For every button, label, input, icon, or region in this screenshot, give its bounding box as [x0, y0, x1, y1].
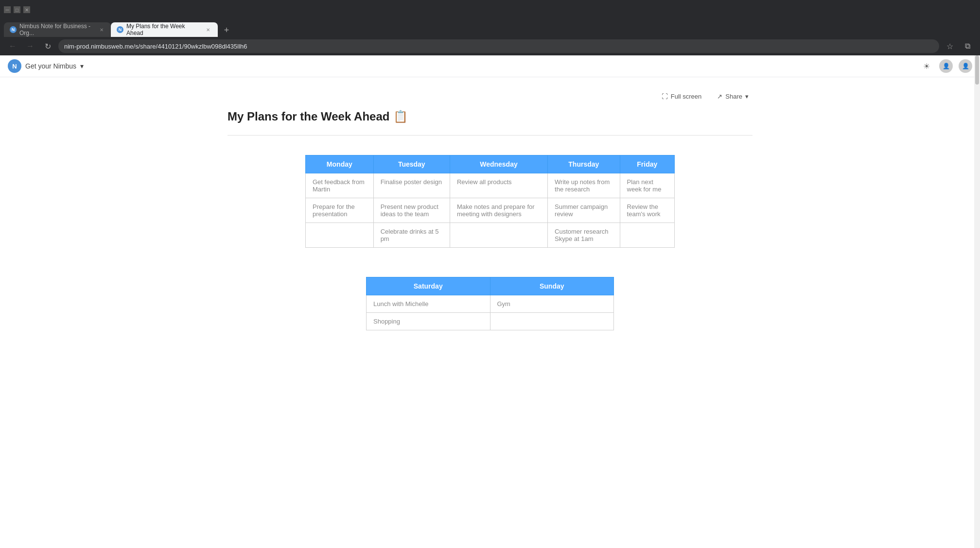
table-row: Shopping	[367, 313, 614, 330]
page-actions: ⛶ Full screen ↗ Share ▾	[228, 87, 752, 110]
cell-thu-3: Customer research Skype at 1am	[548, 223, 620, 248]
avatar-2[interactable]: 👤	[959, 59, 972, 73]
share-icon: ↗	[717, 93, 722, 100]
brand-label: Get your Nimbus	[25, 62, 76, 70]
new-tab-button[interactable]: +	[220, 23, 233, 37]
cell-thu-2: Summer campaign review	[548, 198, 620, 223]
nimbus-logo: N	[8, 59, 21, 73]
tab-2-label: My Plans for the Week Ahead	[126, 23, 200, 36]
table-row: Lunch with Michelle Gym	[367, 295, 614, 313]
omnibar: ← → ↻ nim-prod.nimbusweb.me/s/share/4410…	[0, 37, 980, 55]
cell-tue-2: Present new product ideas to the team	[373, 198, 450, 223]
cell-sat-1: Lunch with Michelle	[367, 295, 490, 313]
table-row: Celebrate drinks at 5 pm Customer resear…	[306, 223, 675, 248]
address-bar[interactable]: nim-prod.nimbusweb.me/s/share/4410121/90…	[58, 39, 939, 53]
tab-1-close[interactable]: ✕	[98, 26, 105, 34]
url-text: nim-prod.nimbusweb.me/s/share/4410121/90…	[64, 43, 247, 50]
cell-mon-2: Prepare for the presentation	[306, 198, 374, 223]
share-dropdown-icon: ▾	[745, 93, 749, 100]
tab-1-label: Nimbus Note for Business - Org...	[19, 23, 93, 36]
header-friday: Friday	[620, 155, 674, 173]
refresh-button[interactable]: ↻	[41, 39, 54, 53]
maximize-button[interactable]: □	[14, 6, 20, 13]
cell-sun-1: Gym	[490, 295, 614, 313]
close-button[interactable]: ✕	[23, 6, 30, 13]
nimbus-brand[interactable]: N Get your Nimbus ▾	[8, 59, 84, 73]
header-monday: Monday	[306, 155, 374, 173]
omnibar-actions: ☆ ⧉	[943, 39, 974, 53]
avatar-1[interactable]: 👤	[939, 59, 953, 73]
tab-2-icon: N	[117, 26, 123, 33]
page-header: N Get your Nimbus ▾ ☀ 👤 👤	[0, 55, 980, 77]
doc-divider	[228, 135, 752, 136]
tab-bar: N Nimbus Note for Business - Org... ✕ N …	[0, 19, 980, 37]
fullscreen-label: Full screen	[671, 93, 702, 100]
window-controls[interactable]: ─ □ ✕	[4, 6, 30, 13]
doc-title: My Plans for the Week Ahead 📋	[228, 110, 752, 123]
page-wrapper: N Get your Nimbus ▾ ☀ 👤 👤 ⛶ Full screen …	[0, 55, 980, 548]
back-button[interactable]: ←	[6, 39, 19, 53]
content-area: ⛶ Full screen ↗ Share ▾ My Plans for the…	[198, 77, 782, 360]
header-wednesday: Wednesday	[450, 155, 547, 173]
header-saturday: Saturday	[367, 277, 490, 295]
table-row: Prepare for the presentation Present new…	[306, 198, 675, 223]
doc-title-icon: 📋	[393, 110, 408, 123]
extensions-icon[interactable]: ⧉	[961, 39, 974, 53]
title-bar: ─ □ ✕	[0, 0, 980, 19]
minimize-button[interactable]: ─	[4, 6, 11, 13]
weekend-table: Saturday Sunday Lunch with Michelle Gym …	[366, 277, 614, 330]
cell-sun-2	[490, 313, 614, 330]
scrollbar-thumb[interactable]	[975, 55, 979, 85]
cell-fri-1: Plan next week for me	[620, 173, 674, 198]
cell-thu-1: Write up notes from the research	[548, 173, 620, 198]
brand-dropdown-icon: ▾	[80, 62, 84, 70]
cell-sat-2: Shopping	[367, 313, 490, 330]
cell-wed-2: Make notes and prepare for meeting with …	[450, 198, 547, 223]
tab-2[interactable]: N My Plans for the Week Ahead ✕	[111, 22, 218, 37]
cell-tue-1: Finalise poster design	[373, 173, 450, 198]
theme-toggle-icon[interactable]: ☀	[920, 59, 933, 73]
fullscreen-icon: ⛶	[662, 93, 668, 100]
scrollbar[interactable]	[974, 55, 980, 548]
cell-wed-3	[450, 223, 547, 248]
forward-button[interactable]: →	[23, 39, 37, 53]
cell-wed-1: Review all products	[450, 173, 547, 198]
cell-fri-3	[620, 223, 674, 248]
header-tuesday: Tuesday	[373, 155, 450, 173]
doc-title-text: My Plans for the Week Ahead	[228, 110, 389, 123]
cell-tue-3: Celebrate drinks at 5 pm	[373, 223, 450, 248]
tab-2-close[interactable]: ✕	[205, 26, 212, 34]
header-right: ☀ 👤 👤	[920, 59, 972, 73]
weekday-header-row: Monday Tuesday Wednesday Thursday Friday	[306, 155, 675, 173]
browser-chrome: ─ □ ✕ N Nimbus Note for Business - Org..…	[0, 0, 980, 55]
header-sunday: Sunday	[490, 277, 614, 295]
header-thursday: Thursday	[548, 155, 620, 173]
table-row: Get feedback from Martin Finalise poster…	[306, 173, 675, 198]
share-label: Share	[725, 93, 742, 100]
tab-1[interactable]: N Nimbus Note for Business - Org... ✕	[4, 22, 111, 37]
weekend-header-row: Saturday Sunday	[367, 277, 614, 295]
bookmark-icon[interactable]: ☆	[943, 39, 957, 53]
cell-mon-3	[306, 223, 374, 248]
weekday-table: Monday Tuesday Wednesday Thursday Friday…	[305, 155, 675, 248]
cell-mon-1: Get feedback from Martin	[306, 173, 374, 198]
tab-1-icon: N	[10, 26, 17, 33]
fullscreen-button[interactable]: ⛶ Full screen	[658, 91, 706, 102]
share-button[interactable]: ↗ Share ▾	[713, 91, 752, 102]
cell-fri-2: Review the team's work	[620, 198, 674, 223]
